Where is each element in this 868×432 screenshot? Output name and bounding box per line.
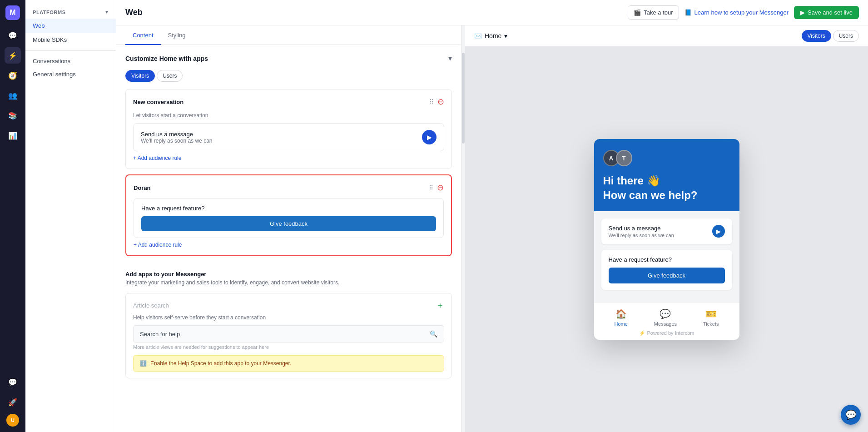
give-feedback-button[interactable]: Give feedback — [141, 216, 436, 231]
message-arrow-button[interactable]: ▶ — [422, 130, 436, 144]
integration-card-article-search: Article search ＋ Help visitors self-serv… — [125, 293, 452, 378]
sidebar-item-conversations[interactable]: Conversations — [25, 55, 116, 68]
content-tabs: Content Styling — [116, 25, 461, 45]
take-tour-button[interactable]: 🎬 Take a tour — [628, 5, 679, 20]
powered-by: ⚡ Powered by Intercom — [601, 330, 732, 336]
warning-text: Enable the Help Space to add this app to… — [150, 360, 291, 367]
platforms-chevron: ▾ — [105, 9, 109, 15]
learn-button[interactable]: 📘 Learn how to setup your Messenger — [684, 9, 789, 16]
app-card-subtitle: Let visitors start a conversation — [133, 112, 444, 119]
nav-icon-rocket[interactable]: 🚀 — [5, 394, 21, 410]
messenger-feedback-card: Have a request feature? Give feedback — [601, 250, 732, 290]
integration-title: Article search — [133, 302, 169, 309]
left-panel: Content Styling Customize Home with apps… — [116, 25, 461, 432]
add-audience-rule-1[interactable]: + Add audience rule — [133, 155, 444, 161]
tour-icon: 🎬 — [634, 9, 641, 16]
drag-handle-doran-icon[interactable]: ⠿ — [429, 184, 433, 191]
nav-icon-compass[interactable]: 🧭 — [5, 67, 21, 84]
app-card-doran-actions: ⠿ ⊖ — [429, 183, 444, 193]
app-card-title-new-conversation: New conversation — [133, 99, 184, 105]
sidebar-item-web[interactable]: Web — [25, 19, 116, 33]
left-panel-scrollbar[interactable] — [461, 25, 465, 432]
message-card-content: Send us a message We'll reply as soon as… — [141, 131, 212, 144]
app-card-doran: Doran ⠿ ⊖ Have a request feature? Give f… — [125, 174, 452, 256]
nav-icon-chart[interactable]: 📊 — [5, 127, 21, 144]
save-button[interactable]: ▶ Save and set live — [794, 6, 859, 19]
message-card: Send us a message We'll reply as soon as… — [133, 123, 444, 151]
customize-section: Customize Home with apps ▾ Visitors User… — [116, 45, 461, 271]
messenger-card-subtitle: We'll reply as soon as we can — [609, 233, 674, 238]
feedback-card-title: Have a request feature? — [141, 205, 436, 212]
home-icon: ✉️ — [474, 32, 482, 40]
integration-description: Help visitors self-serve before they sta… — [133, 314, 444, 321]
sidebar: Platforms ▾ Web Mobile SDKs Conversation… — [25, 0, 116, 432]
sidebar-divider — [25, 50, 116, 51]
preview-area: A T Hi there 👋 How can we help? — [465, 47, 868, 432]
messenger-feedback-title: Have a request feature? — [609, 256, 725, 263]
inner-tabs: Visitors Users — [125, 70, 452, 82]
home-nav-icon: 🏠 — [615, 308, 627, 319]
preview-tab-users[interactable]: Users — [833, 30, 859, 42]
greeting-line1: Hi there 👋 — [603, 174, 730, 188]
messenger-nav: 🏠 Home 💬 Messages 🎫 Tickets — [601, 308, 732, 327]
messenger-send-message-card[interactable]: Send us a message We'll reply as soon as… — [601, 218, 732, 244]
messenger-header: A T Hi there 👋 How can we help? — [594, 139, 739, 211]
inner-tab-visitors[interactable]: Visitors — [125, 70, 155, 82]
search-note: More article views are needed for sugges… — [133, 344, 444, 350]
preview-tab-visitors[interactable]: Visitors — [802, 30, 831, 42]
app-card-header-doran: Doran ⠿ ⊖ — [134, 183, 444, 193]
right-panel: ✉️ Home ▾ Visitors Users — [465, 25, 868, 432]
user-avatar[interactable]: U — [6, 414, 19, 427]
powered-by-text: Powered by Intercom — [647, 330, 694, 336]
messages-nav-label: Messages — [654, 321, 677, 327]
nav-bottom: 💬 🚀 U — [5, 374, 21, 427]
messenger-feedback-button[interactable]: Give feedback — [609, 268, 725, 283]
tab-styling[interactable]: Styling — [161, 25, 193, 45]
drag-handle-icon[interactable]: ⠿ — [429, 98, 434, 105]
remove-doran-button[interactable]: ⊖ — [437, 183, 444, 193]
powered-by-icon: ⚡ — [639, 330, 645, 336]
learn-icon: 📘 — [684, 9, 692, 16]
tickets-nav-label: Tickets — [703, 321, 719, 327]
tickets-nav-icon: 🎫 — [705, 308, 717, 319]
app-logo[interactable]: M — [5, 5, 20, 20]
inner-tab-users[interactable]: Users — [157, 70, 183, 82]
tab-content[interactable]: Content — [125, 25, 161, 45]
messenger-widget: A T Hi there 👋 How can we help? — [594, 139, 739, 339]
messenger-nav-home[interactable]: 🏠 Home — [615, 308, 628, 327]
integration-add-button[interactable]: ＋ — [436, 300, 444, 311]
remove-button[interactable]: ⊖ — [437, 97, 444, 107]
nav-icon-lightning[interactable]: ⚡ — [5, 47, 21, 64]
messenger-footer: 🏠 Home 💬 Messages 🎫 Tickets — [594, 303, 739, 340]
home-chevron-icon: ▾ — [504, 32, 507, 40]
search-box-content: Search for help — [140, 331, 180, 338]
nav-icon-chat[interactable]: 💬 — [5, 27, 21, 44]
chat-bubble-button[interactable]: 💬 — [841, 405, 861, 425]
app-card-new-conversation: New conversation ⠿ ⊖ Let visitors start … — [125, 89, 452, 169]
add-audience-rule-2[interactable]: + Add audience rule — [134, 242, 444, 248]
messenger-nav-tickets[interactable]: 🎫 Tickets — [703, 308, 719, 327]
nav-icon-messages2[interactable]: 💬 — [5, 374, 21, 390]
section-header: Customize Home with apps ▾ — [125, 54, 452, 63]
home-dropdown[interactable]: ✉️ Home ▾ — [474, 32, 507, 40]
sidebar-item-general-settings[interactable]: General settings — [25, 68, 116, 81]
messenger-nav-messages[interactable]: 💬 Messages — [654, 308, 677, 327]
messages-nav-icon: 💬 — [660, 308, 671, 319]
section-title: Customize Home with apps — [125, 55, 208, 62]
messenger-avatar-t: T — [616, 150, 632, 166]
add-apps-description: Integrate your marketing and sales tools… — [125, 279, 452, 286]
home-nav-label: Home — [615, 321, 628, 327]
page-title: Web — [125, 8, 143, 17]
app-card-header-new-conversation: New conversation ⠿ ⊖ — [133, 97, 444, 107]
sidebar-item-mobile-sdks[interactable]: Mobile SDKs — [25, 33, 116, 47]
add-apps-section: Add apps to your Messenger Integrate you… — [116, 271, 461, 389]
integration-header: Article search ＋ — [133, 300, 444, 311]
preview-tabs: Visitors Users — [802, 30, 859, 42]
feedback-card: Have a request feature? Give feedback — [134, 198, 444, 238]
messenger-avatars: A T — [603, 150, 730, 166]
messenger-arrow-icon: ▶ — [712, 225, 725, 238]
home-label: Home — [485, 32, 501, 40]
nav-icon-books[interactable]: 📚 — [5, 107, 21, 124]
section-collapse-icon[interactable]: ▾ — [448, 54, 452, 63]
nav-icon-people[interactable]: 👥 — [5, 87, 21, 104]
